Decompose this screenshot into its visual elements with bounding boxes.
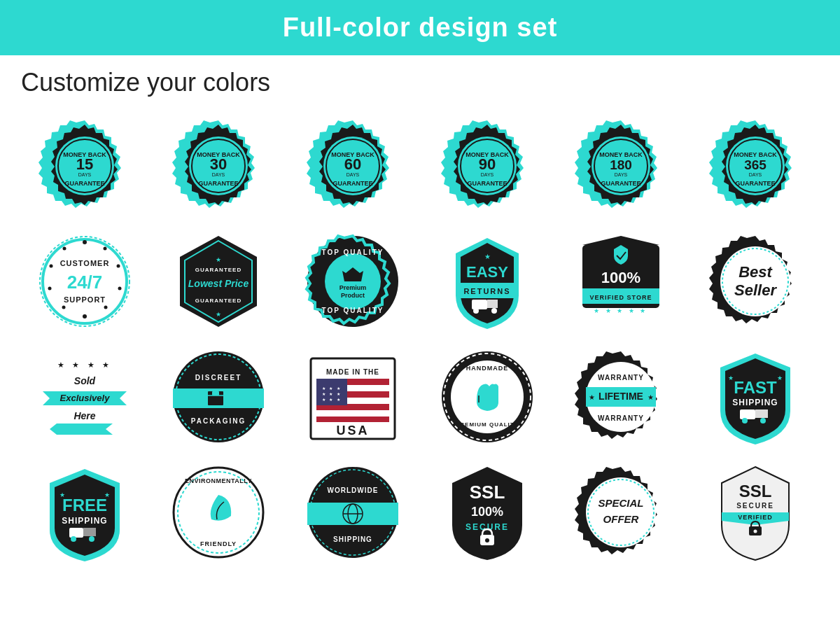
svg-text:★: ★ bbox=[484, 253, 490, 260]
svg-point-44 bbox=[83, 314, 87, 318]
svg-text:DAYS: DAYS bbox=[615, 172, 628, 177]
svg-text:Exclusively: Exclusively bbox=[59, 393, 110, 403]
svg-text:SHIPPING: SHIPPING bbox=[333, 536, 372, 543]
badge-easy-returns: ★ EASY RETURNS bbox=[433, 227, 541, 335]
svg-point-133 bbox=[71, 536, 76, 542]
svg-text:TOP QUALITY: TOP QUALITY bbox=[322, 307, 384, 314]
svg-text:SSL: SSL bbox=[739, 482, 772, 500]
svg-point-45 bbox=[62, 305, 65, 309]
badge-worldwide-shipping: WORLDWIDE SHIPPING bbox=[299, 458, 407, 566]
svg-text:30: 30 bbox=[210, 155, 227, 173]
badge-customer-support: CUSTOMER 24/7 SUPPORT bbox=[30, 227, 139, 335]
svg-text:180: 180 bbox=[610, 158, 633, 172]
svg-text:60: 60 bbox=[344, 155, 361, 173]
svg-marker-132 bbox=[83, 528, 96, 536]
svg-text:LIFETIME: LIFETIME bbox=[599, 391, 644, 402]
svg-text:WARRANTY: WARRANTY bbox=[598, 374, 645, 382]
svg-text:15: 15 bbox=[76, 155, 93, 173]
badge-eco-friendly: ENVIRONMENTALLY FRIENDLY bbox=[164, 458, 273, 566]
svg-text:GUARANTEE: GUARANTEE bbox=[601, 180, 641, 187]
svg-text:GUARANTEE: GUARANTEE bbox=[199, 180, 239, 187]
svg-text:ENVIRONMENTALLY: ENVIRONMENTALLY bbox=[185, 477, 252, 484]
svg-text:100%: 100% bbox=[471, 505, 503, 519]
svg-text:SSL: SSL bbox=[470, 482, 505, 503]
svg-text:VERIFIED: VERIFIED bbox=[738, 514, 773, 521]
svg-text:PACKAGING: PACKAGING bbox=[191, 417, 246, 425]
badge-discreet-packaging: DISCREET PACKAGING bbox=[164, 342, 273, 451]
svg-text:GUARANTEED: GUARANTEED bbox=[195, 298, 241, 304]
svg-point-47 bbox=[49, 264, 52, 267]
svg-point-126 bbox=[760, 418, 766, 424]
svg-text:PREMIUM QUALITY: PREMIUM QUALITY bbox=[456, 421, 519, 428]
svg-text:24/7: 24/7 bbox=[67, 272, 103, 293]
svg-text:SHIPPING: SHIPPING bbox=[732, 398, 778, 407]
svg-point-160 bbox=[754, 529, 757, 533]
svg-point-40 bbox=[103, 246, 106, 250]
svg-text:SHIPPING: SHIPPING bbox=[62, 516, 107, 526]
svg-text:90: 90 bbox=[479, 155, 496, 173]
svg-text:GUARANTEE: GUARANTEE bbox=[467, 180, 507, 187]
badge-lowest-price: ★ ★ GUARANTEED Lowest Price GUARANTEED bbox=[164, 227, 273, 335]
svg-text:365: 365 bbox=[744, 158, 766, 172]
svg-text:DAYS: DAYS bbox=[78, 172, 92, 177]
badge-mb15: MONEY BACK 15 DAYS GUARANTEE bbox=[30, 111, 139, 220]
svg-text:GUARANTEE: GUARANTEE bbox=[736, 180, 776, 187]
page-title: Full-color design set bbox=[0, 13, 840, 43]
svg-point-43 bbox=[104, 305, 107, 309]
svg-point-134 bbox=[89, 536, 94, 542]
svg-rect-131 bbox=[69, 528, 83, 538]
subtitle: Customize your colors bbox=[0, 55, 840, 104]
badge-verified-store: 100% VERIFIED STORE ★ ★ ★ ★ ★ bbox=[567, 227, 676, 335]
svg-text:Lowest Price: Lowest Price bbox=[188, 278, 249, 289]
svg-point-46 bbox=[48, 286, 51, 290]
badges-grid: MONEY BACK 15 DAYS GUARANTEE MONEY BACK … bbox=[0, 104, 840, 573]
svg-text:Seller: Seller bbox=[734, 281, 777, 299]
svg-text:FREE: FREE bbox=[62, 496, 107, 514]
svg-text:SUPPORT: SUPPORT bbox=[64, 295, 106, 304]
badge-handmade: HANDMADE PREMIUM QUALITY bbox=[433, 342, 541, 451]
svg-point-72 bbox=[473, 308, 479, 314]
badge-mb180: MONEY BACK 180 DAYS GUARANTEE bbox=[567, 111, 676, 220]
svg-point-42 bbox=[118, 286, 121, 290]
svg-text:RETURNS: RETURNS bbox=[463, 287, 510, 295]
badge-ssl-secure-dark: SSL 100% SECURE bbox=[433, 458, 541, 566]
svg-text:SECURE: SECURE bbox=[736, 502, 774, 510]
svg-text:OFFER: OFFER bbox=[603, 513, 639, 525]
svg-rect-92 bbox=[212, 391, 219, 396]
svg-text:GUARANTEE: GUARANTEE bbox=[64, 180, 104, 187]
svg-text:WARRANTY: WARRANTY bbox=[598, 414, 645, 422]
badge-top-quality: TOP QUALITY Premium Product TOP QUALITY bbox=[299, 227, 407, 335]
svg-text:WORLDWIDE: WORLDWIDE bbox=[328, 486, 379, 494]
svg-text:★: ★ bbox=[728, 374, 734, 382]
svg-text:MADE IN THE: MADE IN THE bbox=[326, 368, 379, 376]
svg-text:100%: 100% bbox=[601, 269, 640, 286]
svg-text:Premium: Premium bbox=[340, 284, 367, 291]
svg-text:FAST: FAST bbox=[734, 378, 777, 397]
svg-point-73 bbox=[491, 308, 497, 314]
svg-text:USA: USA bbox=[337, 424, 370, 438]
badge-best-seller: Best Seller bbox=[701, 227, 810, 335]
svg-text:★ ★ ★: ★ ★ ★ bbox=[322, 386, 342, 391]
header-banner: Full-color design set bbox=[0, 0, 840, 55]
svg-text:GUARANTEE: GUARANTEE bbox=[333, 180, 373, 187]
svg-rect-101 bbox=[316, 416, 389, 422]
svg-point-41 bbox=[116, 264, 120, 267]
svg-point-152 bbox=[586, 477, 656, 547]
badge-mb90: MONEY BACK 90 DAYS GUARANTEE bbox=[433, 111, 541, 220]
svg-point-48 bbox=[62, 246, 66, 250]
badge-made-in-usa: MADE IN THE ★ ★ ★ ★ ★ ★ ★ ★ ★ USA bbox=[299, 342, 407, 451]
badge-mb30: MONEY BACK 30 DAYS GUARANTEE bbox=[164, 111, 273, 220]
svg-rect-123 bbox=[740, 410, 755, 419]
svg-text:★: ★ bbox=[648, 393, 654, 401]
svg-text:CUSTOMER: CUSTOMER bbox=[59, 259, 109, 267]
badge-sold-exclusively: ★ ★ ★ ★ Sold Exclusively Here bbox=[30, 342, 139, 451]
badge-free-shipping: ★ ★ FREE SHIPPING bbox=[30, 458, 139, 566]
svg-text:Best: Best bbox=[738, 263, 773, 281]
svg-text:FRIENDLY: FRIENDLY bbox=[200, 540, 237, 547]
svg-text:Product: Product bbox=[341, 292, 365, 299]
svg-marker-71 bbox=[487, 300, 498, 308]
svg-text:DAYS: DAYS bbox=[749, 172, 762, 177]
svg-point-125 bbox=[742, 418, 748, 424]
svg-text:★ ★ ★: ★ ★ ★ bbox=[322, 392, 342, 396]
svg-rect-70 bbox=[472, 300, 487, 309]
